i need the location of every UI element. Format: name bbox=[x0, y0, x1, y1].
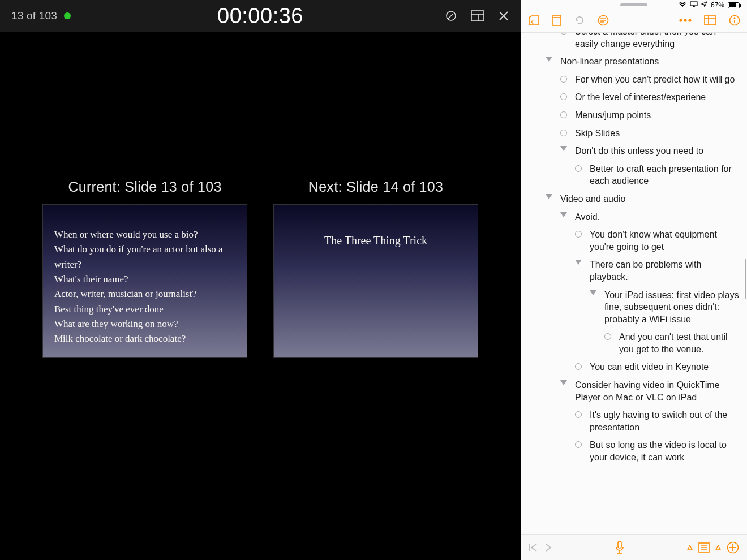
presentation-timer[interactable]: 00:00:36 bbox=[217, 4, 303, 28]
outline-row-text[interactable]: You can edit video in Keynote bbox=[585, 361, 739, 373]
outliner-app: 67% Select a master slide, then you can … bbox=[521, 0, 747, 560]
columns-icon[interactable] bbox=[704, 15, 716, 25]
svg-point-15 bbox=[680, 19, 682, 21]
more-icon[interactable] bbox=[679, 19, 692, 22]
current-slide-thumbnail[interactable]: When or where would you use a bio? What … bbox=[42, 204, 247, 358]
row-bullet-icon[interactable] bbox=[557, 127, 570, 136]
info-icon[interactable] bbox=[729, 15, 740, 26]
layout-icon[interactable] bbox=[471, 10, 484, 21]
outline-row-text[interactable]: For when you can't predict how it will g… bbox=[570, 74, 739, 86]
outline-row[interactable]: You can edit video in Keynote bbox=[521, 358, 747, 376]
outline-row-text[interactable]: Select a master slide, then you can easi… bbox=[570, 33, 739, 50]
outline-row[interactable]: Menus/jump points bbox=[521, 106, 747, 124]
disclosure-triangle-icon[interactable] bbox=[572, 259, 585, 265]
svg-point-17 bbox=[689, 19, 691, 21]
slides-area: Current: Slide 13 of 103 When or where w… bbox=[0, 32, 521, 358]
outline-row[interactable]: Skip Slides bbox=[521, 124, 747, 143]
outline-style-icon[interactable] bbox=[598, 15, 609, 26]
outline-body[interactable]: Select a master slide, then you can easi… bbox=[521, 33, 747, 534]
outline-row-text[interactable]: Menus/jump points bbox=[570, 109, 739, 122]
slide-line: What are they working on now? bbox=[54, 317, 235, 331]
outline-row[interactable]: There can be problems with playback. bbox=[521, 256, 747, 286]
outline-row-text[interactable]: You don't know what equipment you're goi… bbox=[585, 229, 739, 253]
annotate-icon[interactable] bbox=[445, 10, 457, 22]
disclosure-triangle-icon[interactable] bbox=[557, 379, 570, 385]
presenter-view: 13 of 103 00:00:36 Current: Slide 13 of … bbox=[0, 0, 521, 560]
disclosure-triangle-icon[interactable] bbox=[542, 55, 556, 62]
add-indicator-icon[interactable] bbox=[715, 545, 721, 550]
row-bullet-icon[interactable] bbox=[572, 439, 585, 448]
row-bullet-icon[interactable] bbox=[572, 229, 585, 238]
add-row-icon[interactable] bbox=[727, 541, 739, 554]
home-indicator[interactable] bbox=[620, 3, 647, 6]
outline-row[interactable]: Your iPad issues: first video plays fine… bbox=[521, 286, 747, 329]
slide-line: What do you do if you're an actor but al… bbox=[54, 242, 235, 272]
row-bullet-icon[interactable] bbox=[601, 331, 615, 340]
outline-row-text[interactable]: There can be problems with playback. bbox=[585, 259, 739, 283]
close-icon[interactable] bbox=[498, 10, 509, 21]
outline-row[interactable]: Consider having video in QuickTime Playe… bbox=[521, 376, 747, 406]
note-indicator-icon[interactable] bbox=[687, 545, 693, 550]
disclosure-triangle-icon[interactable] bbox=[586, 289, 600, 295]
outline-row-text[interactable]: Your iPad issues: first video plays fine… bbox=[600, 289, 739, 326]
outline-row-text[interactable]: Video and audio bbox=[556, 193, 739, 205]
slide-line: What's their name? bbox=[54, 272, 235, 287]
document-icon[interactable] bbox=[552, 15, 561, 26]
next-icon[interactable] bbox=[544, 543, 552, 552]
row-bullet-icon[interactable] bbox=[572, 361, 585, 370]
svg-rect-7 bbox=[729, 3, 736, 7]
outline-row-text[interactable]: Avoid. bbox=[570, 211, 739, 223]
row-bullet-icon[interactable] bbox=[572, 409, 585, 418]
location-icon bbox=[701, 1, 707, 9]
undo-icon[interactable] bbox=[574, 15, 585, 26]
microphone-icon[interactable] bbox=[615, 541, 625, 554]
outliner-toolbar bbox=[521, 10, 747, 33]
row-bullet-icon[interactable] bbox=[557, 33, 570, 35]
slide-line: Best thing they've ever done bbox=[54, 302, 235, 317]
outline-row-text[interactable]: Skip Slides bbox=[570, 127, 739, 140]
outline-row-text[interactable]: But so long as the video is local to you… bbox=[585, 439, 739, 463]
prev-start-icon[interactable] bbox=[529, 543, 539, 552]
outline-row[interactable]: And you can't test that until you get to… bbox=[521, 328, 747, 358]
scroll-indicator[interactable] bbox=[745, 259, 746, 299]
row-bullet-icon[interactable] bbox=[557, 91, 570, 100]
battery-percentage: 67% bbox=[711, 1, 724, 9]
svg-rect-25 bbox=[618, 541, 621, 548]
outline-row[interactable]: Better to craft each presentation for ea… bbox=[521, 160, 747, 190]
outline-row[interactable]: It's ugly having to switch out of the pr… bbox=[521, 406, 747, 436]
disclosure-triangle-icon[interactable] bbox=[557, 145, 570, 151]
outline-row[interactable]: Don't do this unless you need to bbox=[521, 142, 747, 160]
outline-row[interactable]: You don't know what equipment you're goi… bbox=[521, 226, 747, 256]
slide-line: Milk chocolate or dark chocolate? bbox=[54, 331, 235, 346]
outline-row[interactable]: But so long as the video is local to you… bbox=[521, 436, 747, 466]
recording-indicator-icon bbox=[64, 12, 71, 19]
outline-row-text[interactable]: And you can't test that until you get to… bbox=[615, 331, 739, 355]
outliner-bottom-bar bbox=[521, 534, 747, 560]
svg-point-22 bbox=[734, 17, 735, 18]
outline-row[interactable]: Video and audio bbox=[521, 190, 747, 208]
disclosure-triangle-icon[interactable] bbox=[542, 193, 556, 199]
outline-row[interactable]: For when you can't predict how it will g… bbox=[521, 71, 747, 89]
row-bullet-icon[interactable] bbox=[557, 74, 570, 83]
next-slide-thumbnail[interactable]: The Three Thing Trick bbox=[273, 204, 478, 358]
outline-row[interactable]: Or the level of interest/experiene bbox=[521, 88, 747, 106]
outline-row-text[interactable]: Non-linear presentations bbox=[556, 55, 739, 68]
slide-counter: 13 of 103 bbox=[11, 10, 57, 22]
outline-row[interactable]: Avoid. bbox=[521, 208, 747, 226]
svg-rect-18 bbox=[705, 16, 716, 25]
outline-row-text[interactable]: Don't do this unless you need to bbox=[570, 145, 739, 157]
slide-line: When or where would you use a bio? bbox=[54, 227, 235, 242]
outline-row-text[interactable]: Better to craft each presentation for ea… bbox=[585, 163, 739, 187]
svg-rect-5 bbox=[690, 2, 697, 6]
svg-point-16 bbox=[684, 19, 686, 21]
outline-row[interactable]: Non-linear presentations bbox=[521, 53, 747, 71]
disclosure-triangle-icon[interactable] bbox=[557, 211, 570, 217]
row-bullet-icon[interactable] bbox=[572, 163, 585, 172]
outline-row-text[interactable]: Consider having video in QuickTime Playe… bbox=[570, 379, 739, 403]
outline-row-text[interactable]: Or the level of interest/experiene bbox=[570, 91, 739, 104]
documents-back-icon[interactable] bbox=[527, 15, 540, 25]
outline-row-text[interactable]: It's ugly having to switch out of the pr… bbox=[585, 409, 739, 433]
notes-panel-icon[interactable] bbox=[698, 542, 710, 553]
outline-row[interactable]: Select a master slide, then you can easi… bbox=[521, 33, 747, 53]
row-bullet-icon[interactable] bbox=[557, 109, 570, 118]
